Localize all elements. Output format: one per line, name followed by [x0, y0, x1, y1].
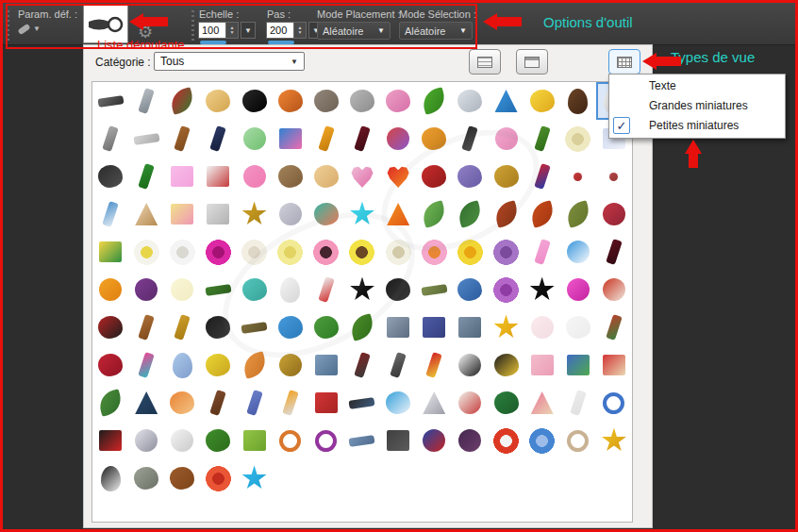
- tube-grand-piano[interactable]: [200, 308, 236, 346]
- tube-burger-box[interactable]: [308, 384, 344, 422]
- tube-yellow-flower[interactable]: [273, 233, 308, 271]
- tube-hurdle[interactable]: [128, 120, 164, 158]
- tube-puppy[interactable]: [200, 82, 236, 120]
- view-large-thumbs-button[interactable]: [516, 49, 548, 75]
- tube-ladybug[interactable]: [92, 308, 128, 346]
- tube-sticky-note[interactable]: [164, 158, 200, 195]
- tube-heart-orb[interactable]: [596, 271, 632, 308]
- tube-saxophone[interactable]: [164, 308, 200, 346]
- tube-stapler[interactable]: [380, 346, 416, 384]
- tube-baseball[interactable]: [452, 384, 488, 422]
- tube-white-flower[interactable]: [164, 233, 200, 271]
- tube-black-bunny[interactable]: [237, 82, 273, 120]
- tube-bicycle[interactable]: [596, 384, 632, 422]
- preset-dropdown[interactable]: ▼: [18, 25, 41, 33]
- tube-berries[interactable]: [596, 195, 632, 233]
- tube-hair-dryer[interactable]: [416, 158, 452, 195]
- tube-laptop[interactable]: [452, 308, 488, 346]
- tube-playing-cards[interactable]: [200, 158, 236, 195]
- tube-winter-hat[interactable]: [452, 271, 488, 308]
- mode-placement-select[interactable]: Aléatoire ▼: [317, 22, 391, 40]
- tube-sprout[interactable]: [416, 82, 452, 120]
- tube-gold-star[interactable]: [596, 422, 632, 459]
- tube-strawberry-cone[interactable]: [524, 384, 560, 422]
- tube-pink-circle[interactable]: [237, 158, 273, 195]
- tube-teapot[interactable]: [237, 271, 273, 308]
- view-text-button[interactable]: [469, 49, 501, 75]
- menu-item-grandes-miniatures[interactable]: Grandes miniatures: [609, 96, 785, 116]
- tube-shaggy-dog[interactable]: [273, 158, 308, 195]
- tube-gift-box[interactable]: [273, 120, 308, 158]
- tube-caliper[interactable]: [344, 346, 380, 384]
- tube-silver-sphere[interactable]: [128, 422, 164, 459]
- tube-pink-button[interactable]: [488, 120, 524, 158]
- tube-brush-stroke[interactable]: [416, 271, 452, 308]
- tube-grapes[interactable]: [128, 271, 164, 308]
- tube-sunglasses[interactable]: [344, 384, 380, 422]
- tube-maple-leaf[interactable]: [524, 195, 560, 233]
- tube-orange-fruit[interactable]: [92, 271, 128, 308]
- tube-red-wine[interactable]: [596, 233, 632, 271]
- menu-item-texte[interactable]: Texte: [609, 76, 785, 96]
- tube-white-egg[interactable]: [273, 271, 308, 308]
- tube-suitcase[interactable]: [380, 422, 416, 459]
- tube-black-bat[interactable]: [380, 271, 416, 308]
- tube-sprig[interactable]: [524, 120, 560, 158]
- tube-red-pinwheel[interactable]: [488, 422, 524, 459]
- tube-fox[interactable]: [273, 82, 308, 120]
- tube-gold-nugget[interactable]: [488, 158, 524, 195]
- tube-pipe[interactable]: [92, 82, 128, 120]
- tube-flashlight[interactable]: [452, 120, 488, 158]
- tube-panda[interactable]: [452, 346, 488, 384]
- tube-cabbage[interactable]: [308, 308, 344, 346]
- tube-bird-foot[interactable]: [237, 195, 273, 233]
- tube-apron[interactable]: [524, 346, 560, 384]
- tube-silver-drop[interactable]: [416, 384, 452, 422]
- categorie-select[interactable]: Tous ▼: [154, 52, 305, 71]
- tube-monitor[interactable]: [308, 346, 344, 384]
- tube-purple-scallop[interactable]: [488, 271, 524, 308]
- tube-bw-egg[interactable]: [92, 459, 128, 497]
- tube-rope-knot[interactable]: [560, 422, 596, 459]
- tube-brown-egg[interactable]: [560, 82, 596, 120]
- tube-moon[interactable]: [273, 195, 308, 233]
- tube-palm-tree[interactable]: [92, 384, 128, 422]
- tube-flip-flops[interactable]: [308, 195, 344, 233]
- tube-pink-haze[interactable]: [524, 308, 560, 346]
- tube-pink-daisy[interactable]: [308, 233, 344, 271]
- tube-orange-swirl[interactable]: [273, 422, 308, 459]
- tube-purple-shell[interactable]: [452, 158, 488, 195]
- tube-pink-squiggle[interactable]: [524, 233, 560, 271]
- tube-red-bow[interactable]: [92, 346, 128, 384]
- tube-popcorn[interactable]: [92, 233, 128, 271]
- tube-train[interactable]: [237, 308, 273, 346]
- tube-elephant[interactable]: [308, 82, 344, 120]
- tube-cooler[interactable]: [380, 384, 416, 422]
- tube-flame[interactable]: [380, 195, 416, 233]
- tube-daffodil[interactable]: [452, 233, 488, 271]
- tube-house[interactable]: [380, 308, 416, 346]
- toolbar-grip[interactable]: [7, 10, 9, 41]
- tube-fleur-de-lis[interactable]: [524, 271, 560, 308]
- toolbar-grip-2[interactable]: [191, 10, 194, 41]
- tube-plane-badge[interactable]: [416, 422, 452, 459]
- tube-cat[interactable]: [344, 82, 380, 120]
- tube-wine-glass[interactable]: [344, 120, 380, 158]
- tube-ice-cream-cone[interactable]: [128, 195, 164, 233]
- tube-snowflake[interactable]: [237, 459, 273, 497]
- tube-paint-bucket[interactable]: [560, 346, 596, 384]
- tube-green-maple[interactable]: [560, 195, 596, 233]
- tube-sundae[interactable]: [128, 346, 164, 384]
- tube-cello[interactable]: [128, 308, 164, 346]
- tube-leaf-dash[interactable]: [200, 271, 236, 308]
- echelle-input[interactable]: 100: [198, 22, 226, 39]
- tube-baseball-bat[interactable]: [164, 120, 200, 158]
- view-small-thumbs-button[interactable]: [608, 49, 640, 75]
- tube-yellow-daisy[interactable]: [344, 233, 380, 271]
- tube-pink-blossom[interactable]: [416, 233, 452, 271]
- tube-orange-bird[interactable]: [237, 346, 273, 384]
- tube-blue-wing[interactable]: [488, 82, 524, 120]
- tube-heart-charm[interactable]: [344, 158, 380, 195]
- tube-door[interactable]: [200, 384, 236, 422]
- tube-balloons[interactable]: [380, 120, 416, 158]
